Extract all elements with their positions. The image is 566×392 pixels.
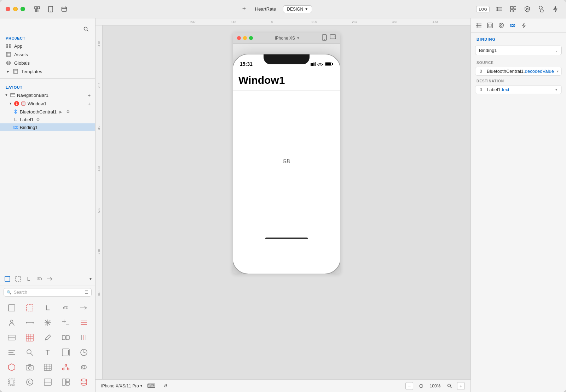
component-nested[interactable] bbox=[57, 375, 74, 389]
palette-tab-arrow[interactable] bbox=[46, 275, 54, 283]
component-cylinder[interactable] bbox=[75, 375, 92, 389]
component-horiz-line[interactable] bbox=[21, 316, 38, 330]
sidebar-item-assets[interactable]: Assets bbox=[0, 50, 95, 59]
palette-expand-icon[interactable]: ▾ bbox=[89, 276, 92, 281]
tree-item-binding[interactable]: Binding1 bbox=[0, 123, 95, 131]
frame-select-icon[interactable] bbox=[32, 4, 42, 14]
component-flower[interactable] bbox=[21, 390, 38, 392]
search-list-icon[interactable]: ☰ bbox=[85, 290, 88, 295]
component-person2[interactable] bbox=[39, 390, 56, 392]
search-input[interactable] bbox=[14, 290, 82, 295]
source-header: SOURCE bbox=[471, 58, 566, 66]
design-mode-button[interactable]: DESIGN ▼ bbox=[283, 5, 312, 13]
component-camera[interactable] bbox=[21, 360, 38, 374]
component-pencil[interactable] bbox=[39, 330, 56, 345]
component-stack[interactable] bbox=[75, 390, 92, 392]
component-clock[interactable] bbox=[75, 345, 92, 359]
list-view-icon[interactable] bbox=[494, 4, 504, 14]
component-hlink[interactable] bbox=[57, 330, 74, 345]
component-lines[interactable] bbox=[75, 316, 92, 330]
pw-maximize[interactable] bbox=[249, 36, 253, 40]
component-scroll[interactable] bbox=[57, 345, 74, 359]
palette-tab-dashed[interactable] bbox=[14, 275, 22, 283]
component-list[interactable] bbox=[39, 375, 56, 389]
component-grid[interactable] bbox=[21, 330, 38, 345]
minimize-button[interactable] bbox=[13, 7, 18, 11]
component-hexagon[interactable] bbox=[3, 360, 20, 374]
panel-frame-icon[interactable] bbox=[486, 21, 494, 30]
component-text-lines[interactable] bbox=[3, 345, 20, 359]
zoom-in-button[interactable]: + bbox=[457, 382, 465, 390]
component-infinity[interactable] bbox=[75, 360, 92, 374]
component-plus-minus[interactable] bbox=[57, 316, 74, 330]
pw-landscape-icon[interactable] bbox=[330, 34, 336, 42]
log-badge[interactable]: LOG bbox=[476, 6, 490, 12]
zoom-fit-icon[interactable]: ⊙ bbox=[416, 381, 426, 391]
tree-item-bluetooth[interactable]: BluetoothCentral1 ▶ ⚙ bbox=[0, 108, 95, 116]
component-label[interactable]: L bbox=[39, 301, 56, 315]
component-dashed-rect2[interactable] bbox=[3, 390, 20, 392]
component-text-t[interactable]: T bbox=[39, 345, 56, 359]
add-button[interactable]: + bbox=[240, 5, 248, 13]
zoom-search-icon[interactable] bbox=[444, 381, 454, 391]
pw-portrait-icon[interactable] bbox=[322, 34, 327, 42]
panel-link-icon[interactable] bbox=[508, 21, 517, 30]
component-person[interactable] bbox=[3, 316, 20, 330]
component-dashed-sq[interactable] bbox=[3, 375, 20, 389]
label-gear-icon[interactable]: ⚙ bbox=[35, 117, 41, 122]
panel-bolt-icon[interactable] bbox=[520, 21, 528, 30]
search-button[interactable] bbox=[81, 24, 91, 34]
bluetooth-gear-icon[interactable]: ⚙ bbox=[65, 109, 71, 115]
sidebar-item-app[interactable]: App bbox=[0, 42, 95, 50]
component-grid: L bbox=[0, 299, 95, 392]
device-icon[interactable] bbox=[46, 4, 56, 14]
pw-minimize[interactable] bbox=[243, 36, 247, 40]
close-button[interactable] bbox=[6, 7, 10, 11]
rect-icon bbox=[7, 303, 17, 313]
link-icon[interactable] bbox=[536, 4, 546, 14]
zoom-out-button[interactable]: − bbox=[405, 382, 413, 390]
component-hyperlink[interactable] bbox=[57, 301, 74, 315]
panel-shield-icon[interactable] bbox=[497, 21, 506, 30]
tree-item-navbar[interactable]: ▼ NavigationBar1 + bbox=[0, 91, 95, 99]
pw-close[interactable] bbox=[237, 36, 241, 40]
source-expand-icon[interactable]: ▾ bbox=[557, 69, 559, 73]
component-search[interactable] bbox=[21, 345, 38, 359]
component-circle[interactable] bbox=[21, 375, 38, 389]
bolt-icon[interactable] bbox=[550, 4, 560, 14]
panel-list-icon[interactable] bbox=[474, 21, 483, 30]
maximize-button[interactable] bbox=[21, 7, 25, 11]
component-hbox[interactable] bbox=[3, 330, 20, 345]
component-table[interactable] bbox=[39, 360, 56, 374]
palette-tab-link[interactable] bbox=[35, 275, 43, 283]
keyboard-icon[interactable]: ⌨ bbox=[146, 381, 156, 391]
canvas-scroll[interactable]: iPhone XS ▼ bbox=[103, 25, 470, 379]
component-vbox[interactable] bbox=[57, 390, 74, 392]
bluetooth-play-icon[interactable]: ▶ bbox=[58, 109, 64, 115]
layout-icon[interactable] bbox=[508, 4, 518, 14]
binding-name-select[interactable]: Binding1 ⌄ bbox=[475, 46, 562, 55]
binding-destination-row[interactable]: 0 Label1.text ▾ bbox=[475, 85, 562, 94]
component-asterisk[interactable] bbox=[39, 316, 56, 330]
navbar-add-button[interactable]: + bbox=[86, 92, 92, 98]
tree-item-label[interactable]: L Label1 ⚙ bbox=[0, 116, 95, 123]
shield-icon[interactable] bbox=[522, 4, 532, 14]
destination-expand-icon[interactable]: ▾ bbox=[555, 88, 557, 92]
sidebar-item-templates[interactable]: ▶ Templates bbox=[0, 67, 95, 76]
component-rect[interactable] bbox=[3, 301, 20, 315]
component-vlines[interactable] bbox=[75, 330, 92, 345]
component-arrow[interactable] bbox=[75, 301, 92, 315]
sidebar-item-globals[interactable]: Globals bbox=[0, 59, 95, 67]
calendar-icon[interactable] bbox=[59, 4, 69, 14]
component-dashed-rect[interactable] bbox=[21, 301, 38, 315]
refresh-icon[interactable]: ↺ bbox=[161, 381, 171, 391]
palette-tab-rect[interactable] bbox=[4, 275, 11, 283]
phone-nav-title: Window1 bbox=[238, 74, 335, 86]
palette-tab-label[interactable]: L bbox=[25, 275, 33, 283]
text-lines-icon bbox=[7, 347, 17, 357]
binding-source-row[interactable]: 0 BluetoothCentral1.decodedValue ▾ bbox=[475, 67, 562, 76]
device-selector[interactable]: iPhone X/XS/11 Pro ▾ bbox=[101, 384, 142, 388]
tree-item-window[interactable]: ▼ 1 Window1 + bbox=[0, 99, 95, 108]
component-nodes[interactable] bbox=[57, 360, 74, 374]
window-add-button[interactable]: + bbox=[86, 100, 92, 107]
